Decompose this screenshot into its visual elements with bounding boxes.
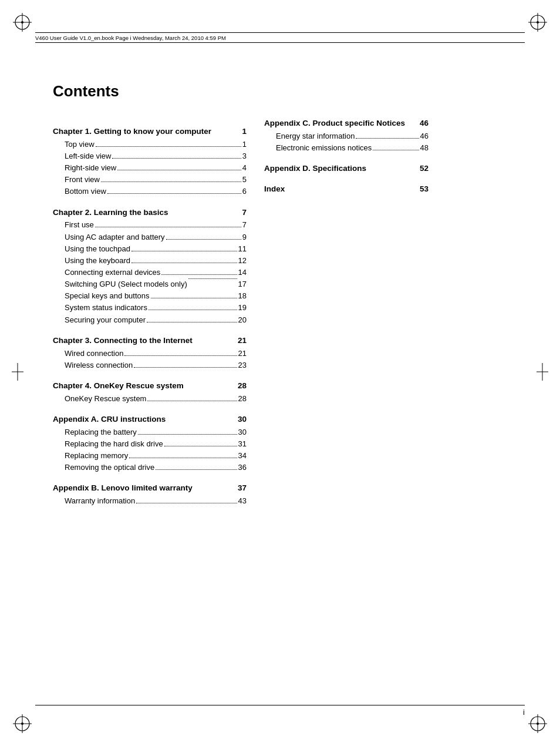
side-mark-left (12, 363, 23, 383)
footer: i (35, 705, 525, 717)
appendix-a-title: Appendix A. CRU instructions30 (53, 414, 247, 425)
toc-entry-energy-star: Energy star information46 (264, 130, 429, 142)
toc-entry-emissions: Electronic emissions notices48 (264, 142, 429, 154)
svg-point-11 (21, 723, 23, 725)
appendix-b-title: Appendix B. Lenovo limited warranty37 (53, 483, 247, 494)
svg-point-15 (537, 723, 539, 725)
appendix-d-title: Appendix D. Specifications52 (264, 163, 429, 174)
chapter-1-title: Chapter 1. Getting to know your computer… (53, 126, 247, 137)
toc-container: Chapter 1. Getting to know your computer… (53, 118, 513, 507)
chapter-4-title: Chapter 4. OneKey Rescue system28 (53, 381, 247, 392)
chapter-3-title: Chapter 3. Connecting to the Internet21 (53, 335, 247, 347)
toc-entry-memory: Replacing memory34 (53, 450, 247, 462)
toc-entry-touchpad: Using the touchpad11 (53, 243, 247, 255)
corner-mark-tl (11, 11, 34, 34)
toc-entry-status-indicators: System status indicators19 (53, 302, 247, 314)
corner-mark-bl (11, 712, 34, 735)
toc-right-column: Appendix C. Product specific Notices46 E… (264, 118, 429, 507)
toc-entry-top-view: Top view1 (53, 139, 247, 150)
toc-entry-front-view: Front view5 (53, 174, 247, 186)
toc-entry-special-keys: Special keys and buttons18 (53, 290, 247, 302)
toc-entry-keyboard: Using the keyboard12 (53, 255, 247, 267)
header-bar: V460 User Guide V1.0_en.book Page i Wedn… (35, 32, 525, 43)
toc-entry-ac-adapter: Using AC adapter and battery9 (53, 231, 247, 243)
header-text: V460 User Guide V1.0_en.book Page i Wedn… (35, 35, 226, 41)
toc-entry-ext-devices: Connecting external devices14 (53, 267, 247, 278)
toc-entry-warranty: Warranty information43 (53, 495, 247, 507)
side-mark-right (537, 363, 548, 383)
chapter-2-title: Chapter 2. Learning the basics7 (53, 207, 247, 219)
page: V460 User Guide V1.0_en.book Page i Wedn… (0, 0, 560, 746)
index-title: Index53 (264, 184, 429, 195)
page-number: i (523, 708, 525, 717)
toc-entry-wired: Wired connection21 (53, 348, 247, 359)
toc-entry-securing: Securing your computer20 (53, 314, 247, 326)
corner-mark-tr (526, 11, 549, 34)
toc-entry-first-use: First use7 (53, 219, 247, 231)
corner-mark-br (526, 712, 549, 735)
toc-entry-wireless: Wireless connection23 (53, 359, 247, 371)
toc-entry-bottom-view: Bottom view6 (53, 186, 247, 197)
page-title: Contents (53, 82, 513, 100)
toc-entry-onekey: OneKey Rescue system28 (53, 393, 247, 405)
svg-point-3 (21, 21, 23, 23)
toc-left-column: Chapter 1. Getting to know your computer… (53, 118, 247, 507)
svg-point-7 (537, 21, 539, 23)
toc-entry-hdd: Replacing the hard disk drive31 (53, 438, 247, 450)
toc-entry-gpu: Switching GPU (Select models only)17 (53, 278, 247, 290)
appendix-c-title: Appendix C. Product specific Notices46 (264, 118, 429, 129)
toc-entry-left-side-view: Left-side view3 (53, 150, 247, 162)
toc-entry-right-side-view: Right-side view4 (53, 162, 247, 174)
toc-entry-battery: Replacing the battery30 (53, 426, 247, 438)
toc-entry-optical: Removing the optical drive36 (53, 462, 247, 473)
